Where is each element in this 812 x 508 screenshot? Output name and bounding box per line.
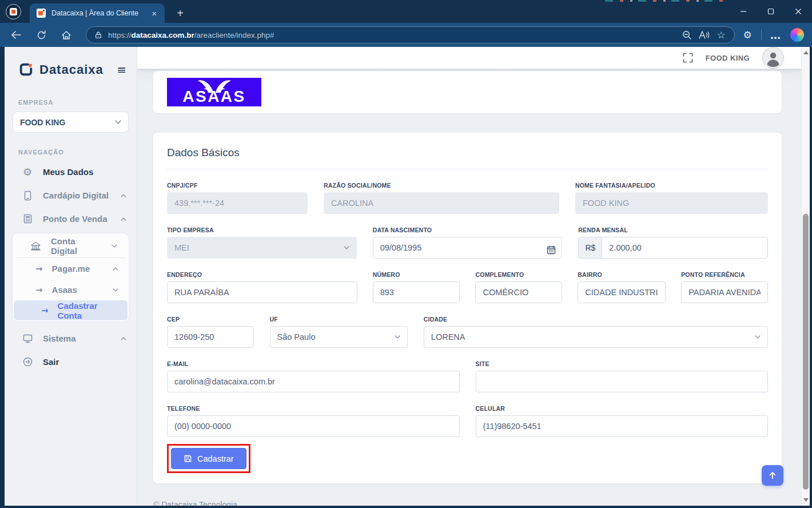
arrow-up-icon [768, 471, 777, 480]
user-avatar[interactable] [762, 47, 784, 69]
maximize-icon [767, 8, 774, 15]
sidebar-item-ponto-de-venda[interactable]: Ponto de Venda [5, 207, 137, 231]
ponto-referencia-input[interactable] [681, 281, 768, 303]
zoom-out-button[interactable] [678, 27, 695, 42]
read-aloud-button[interactable] [695, 27, 713, 42]
highlight-annotation-box: Cadastrar [167, 444, 250, 473]
calendar-icon[interactable] [547, 245, 556, 255]
window-minimize-button[interactable] [730, 0, 757, 23]
toolbar-divider [761, 30, 762, 40]
gear-icon: ⚙ [22, 167, 33, 177]
tab-close-icon[interactable]: × [149, 9, 159, 18]
content-area: ASAAS Dados Básicos CNPJ/CPF RAZÃO SOCIA… [137, 69, 801, 506]
field-razao-social: RAZÃO SOCIAL/NOME [324, 182, 559, 214]
celular-input[interactable] [476, 415, 769, 437]
sidebar-item-pagarme[interactable]: → Pagar.me [14, 258, 128, 279]
endereco-input[interactable] [167, 281, 357, 303]
sidebar-item-cadastrar-conta[interactable]: → Cadastrar Conta [14, 300, 128, 320]
cadastrar-button[interactable]: Cadastrar [171, 448, 246, 469]
scrollbar-thumb[interactable] [803, 214, 809, 490]
field-endereco: ENDEREÇO [167, 271, 357, 303]
currency-prefix: R$ [578, 237, 602, 259]
sidebar-item-sair[interactable]: Sair [5, 350, 137, 374]
browser-profile-badge[interactable] [6, 4, 21, 19]
close-icon [795, 8, 802, 15]
tab-title: Datacaixa | Área do Cliente [51, 9, 144, 17]
monitor-icon [22, 334, 33, 343]
field-ponto-referencia: PONTO REFERÊNCIA [681, 271, 768, 303]
window-close-button[interactable] [785, 0, 812, 23]
complemento-input[interactable] [475, 281, 562, 303]
scrollbar-down-arrow[interactable] [802, 495, 810, 505]
sidebar-item-label: Cadastrar Conta [58, 301, 118, 320]
new-tab-button[interactable]: + [173, 6, 188, 21]
browser-toolbar: https://datacaixa.com.br/areacliente/ind… [0, 23, 812, 47]
url-text[interactable]: https://datacaixa.com.br/areacliente/ind… [108, 31, 678, 39]
uf-select[interactable]: São Paulo [270, 326, 408, 348]
sidebar-item-cardapio-digital[interactable]: Cardápio Digital [5, 184, 137, 207]
logout-icon [22, 357, 33, 367]
field-label: COMPLEMENTO [475, 271, 562, 278]
scroll-to-top-button[interactable] [762, 465, 783, 486]
brand-name: Datacaixa [39, 62, 111, 77]
read-aloud-icon [698, 30, 710, 39]
numero-input[interactable] [373, 281, 460, 303]
chevron-up-icon [113, 267, 118, 271]
sidebar-item-conta-digital[interactable]: Conta Digital [14, 235, 128, 257]
sidebar-item-sistema[interactable]: Sistema [5, 327, 137, 350]
browser-tab[interactable]: Datacaixa | Área do Cliente × [30, 3, 165, 23]
sidebar: Datacaixa ≡ EMPRESA FOOD KING NAVEGAÇÃO … [5, 47, 137, 506]
datacaixa-logo-icon [18, 62, 34, 77]
field-label: DATA NASCIMENTO [373, 227, 563, 233]
asaas-logo: ASAAS [167, 78, 261, 106]
header-company-name: FOOD KING [706, 54, 750, 62]
sidebar-item-label: Ponto de Venda [43, 214, 111, 224]
extensions-button[interactable]: ⚙ [738, 26, 757, 43]
cidade-select[interactable]: LORENA [424, 326, 768, 348]
card-title: Dados Básicos [167, 146, 768, 159]
browser-titlebar: Datacaixa | Área do Cliente × + [0, 0, 812, 23]
company-select[interactable]: FOOD KING [13, 112, 129, 133]
sidebar-toggle-icon[interactable]: ≡ [117, 63, 126, 77]
site-input[interactable] [476, 371, 769, 392]
home-icon [61, 30, 71, 40]
scrollbar-up-arrow[interactable] [802, 48, 810, 57]
reload-button[interactable] [31, 26, 51, 44]
cnpj-input [167, 192, 308, 214]
field-label: CIDADE [424, 316, 768, 323]
renda-mensal-input[interactable] [602, 237, 768, 259]
page-scrollbar[interactable] [801, 47, 810, 506]
url-path: /areacliente/index.php# [194, 31, 274, 39]
sidebar-item-meus-dados[interactable]: ⚙ Meus Dados [5, 160, 137, 184]
favorites-button[interactable]: ☆ [713, 27, 730, 42]
select-value: São Paulo [277, 332, 316, 342]
sidebar-item-label: Conta Digital [51, 236, 102, 256]
sidebar-item-asaas[interactable]: → Asaas [14, 279, 128, 300]
zoom-out-icon [682, 30, 692, 40]
field-numero: NÚMERO [373, 271, 460, 303]
cep-input[interactable] [167, 326, 254, 348]
bank-icon [30, 241, 41, 251]
window-maximize-button[interactable] [757, 0, 785, 23]
chevron-up-icon [121, 337, 126, 340]
fullscreen-button[interactable] [683, 53, 693, 63]
data-nascimento-input[interactable] [373, 237, 563, 259]
sidebar-item-label: Asaas [52, 285, 104, 295]
email-input[interactable] [167, 371, 460, 392]
arrow-right-icon: → [35, 285, 43, 295]
fullscreen-icon [683, 53, 693, 63]
window-controls [730, 0, 812, 23]
address-bar[interactable]: https://datacaixa.com.br/areacliente/ind… [86, 26, 735, 43]
home-button[interactable] [57, 26, 76, 44]
chevron-up-icon [121, 217, 126, 221]
back-button[interactable] [6, 26, 26, 44]
copilot-icon[interactable] [790, 28, 804, 42]
field-data-nascimento: DATA NASCIMENTO [373, 227, 563, 259]
asaas-logo-card: ASAAS [153, 71, 782, 113]
smartphone-icon [22, 190, 33, 201]
razao-social-input [324, 192, 559, 214]
telefone-input[interactable] [167, 415, 460, 437]
settings-more-button[interactable]: … [766, 26, 785, 43]
bairro-input[interactable] [578, 281, 666, 303]
sidebar-item-label: Pagar.me [52, 264, 104, 273]
